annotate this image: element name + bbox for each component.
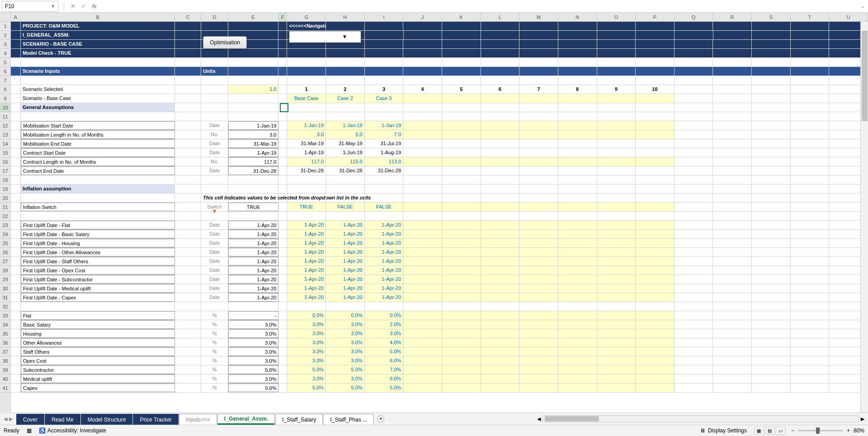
- cell[interactable]: [558, 347, 597, 356]
- cell[interactable]: [636, 384, 675, 392]
- cell[interactable]: [403, 175, 442, 184]
- cell[interactable]: [201, 85, 228, 94]
- cell[interactable]: [636, 302, 675, 311]
- cell[interactable]: [675, 103, 713, 112]
- cell[interactable]: [713, 248, 752, 256]
- cell[interactable]: [278, 112, 287, 121]
- cell[interactable]: [278, 212, 287, 220]
- col-header[interactable]: L: [481, 13, 520, 21]
- add-sheet-icon[interactable]: +: [377, 415, 384, 422]
- cell[interactable]: [558, 230, 597, 238]
- cell[interactable]: [675, 293, 713, 302]
- cell[interactable]: [675, 239, 713, 247]
- cell[interactable]: [403, 49, 442, 57]
- navigator-select[interactable]: Read Me▼: [289, 31, 361, 43]
- cell[interactable]: 1-Jan-19: [287, 121, 326, 130]
- cell[interactable]: [11, 67, 21, 76]
- tab-prev-icon[interactable]: ◀: [4, 416, 7, 422]
- cell[interactable]: [713, 275, 752, 284]
- cell[interactable]: 0.0%: [287, 311, 326, 320]
- cell[interactable]: [636, 58, 675, 66]
- cell[interactable]: [442, 384, 481, 392]
- cell[interactable]: [675, 148, 713, 157]
- cell[interactable]: [365, 175, 404, 184]
- cell[interactable]: [519, 239, 558, 247]
- col-header[interactable]: S: [752, 13, 791, 21]
- cell[interactable]: [752, 203, 791, 211]
- cell[interactable]: [675, 311, 713, 320]
- cell[interactable]: 3.0%: [228, 347, 279, 356]
- cell[interactable]: [675, 94, 713, 103]
- cell[interactable]: [558, 302, 597, 311]
- cell[interactable]: [403, 302, 442, 311]
- cell[interactable]: [675, 31, 713, 39]
- cell[interactable]: [11, 257, 21, 265]
- cell[interactable]: 5.0%: [287, 365, 326, 374]
- cell[interactable]: [481, 175, 520, 184]
- cell[interactable]: Staff Others: [21, 347, 175, 356]
- cell[interactable]: [278, 76, 287, 85]
- cell[interactable]: [442, 347, 481, 356]
- cell[interactable]: [287, 58, 326, 66]
- cell[interactable]: [791, 58, 830, 66]
- col-header[interactable]: O: [597, 13, 636, 21]
- cell[interactable]: [228, 302, 279, 311]
- hscroll-right-icon[interactable]: ▶: [861, 416, 864, 422]
- cell[interactable]: [11, 175, 21, 184]
- cell[interactable]: [791, 185, 830, 193]
- cell[interactable]: [713, 194, 752, 202]
- cell[interactable]: [287, 103, 326, 112]
- cell[interactable]: [11, 248, 21, 256]
- cell[interactable]: [11, 148, 21, 157]
- cell[interactable]: [403, 103, 442, 112]
- cell[interactable]: [11, 311, 21, 320]
- cell[interactable]: [326, 212, 365, 220]
- cell[interactable]: [752, 85, 791, 94]
- cell[interactable]: Case 2: [326, 94, 365, 103]
- cell[interactable]: Inflation assumption: [21, 185, 175, 193]
- cell[interactable]: [713, 320, 752, 329]
- cell[interactable]: 1-Apr-20: [326, 257, 365, 265]
- cell[interactable]: [442, 40, 481, 48]
- cell[interactable]: [519, 266, 558, 275]
- cell[interactable]: [791, 257, 830, 265]
- cell[interactable]: 3.0%: [326, 356, 365, 365]
- cell[interactable]: [403, 365, 442, 374]
- cell[interactable]: [675, 248, 713, 256]
- cell[interactable]: [365, 112, 404, 121]
- cell[interactable]: [713, 67, 752, 76]
- col-header[interactable]: M: [519, 13, 558, 21]
- cell[interactable]: 1-Apr-20: [228, 257, 279, 265]
- row-header[interactable]: 14: [0, 139, 10, 148]
- page-break-icon[interactable]: ▭: [776, 427, 786, 435]
- cell[interactable]: [175, 40, 201, 48]
- cell[interactable]: [175, 384, 201, 392]
- cell[interactable]: [675, 112, 713, 121]
- cell[interactable]: [228, 103, 279, 112]
- cell[interactable]: [481, 284, 520, 293]
- cell[interactable]: [365, 185, 404, 193]
- cell[interactable]: [519, 302, 558, 311]
- cell[interactable]: [175, 94, 201, 103]
- cell[interactable]: [713, 266, 752, 275]
- cell[interactable]: [675, 212, 713, 220]
- cell[interactable]: [481, 320, 520, 329]
- cell[interactable]: [278, 239, 287, 247]
- cell[interactable]: [442, 293, 481, 302]
- horizontal-scrollbar[interactable]: [542, 415, 859, 422]
- cell[interactable]: [481, 329, 520, 338]
- cell[interactable]: 1-Apr-20: [287, 239, 326, 247]
- sheet-tab[interactable]: Price Tracker: [133, 414, 179, 425]
- cell[interactable]: [597, 365, 636, 374]
- cell[interactable]: [21, 58, 175, 66]
- cell[interactable]: [442, 257, 481, 265]
- cell[interactable]: 1-Apr-20: [228, 239, 279, 247]
- zoom-slider[interactable]: [798, 430, 843, 431]
- col-header[interactable]: U: [829, 13, 868, 21]
- cell[interactable]: 3.0%: [228, 356, 279, 365]
- cell[interactable]: [175, 266, 201, 275]
- cell[interactable]: [11, 157, 21, 166]
- cell[interactable]: 1-Apr-20: [365, 248, 404, 256]
- cell[interactable]: [175, 157, 201, 166]
- cell[interactable]: [403, 266, 442, 275]
